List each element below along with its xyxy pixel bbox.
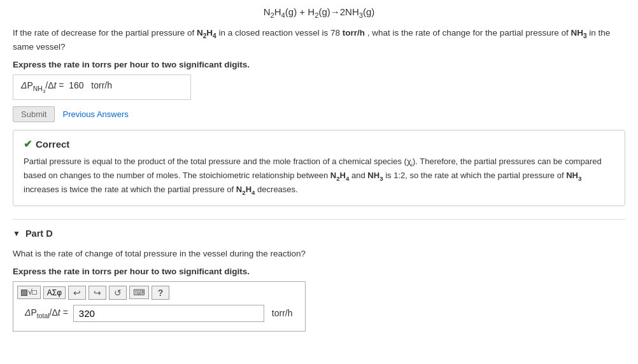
part-d-unit-label: torr/h bbox=[272, 308, 293, 318]
undo-button[interactable]: ↩ bbox=[68, 286, 86, 300]
part-d-input-area: √□ ΑΣφ ↩ ↪ ↺ ⌨ ? bbox=[13, 281, 306, 332]
part-c-instruction: Express the rate in torrs per hour to tw… bbox=[13, 60, 625, 69]
keyboard-button[interactable]: ⌨ bbox=[129, 286, 149, 299]
help-icon: ? bbox=[158, 288, 164, 298]
image-icon: √□ bbox=[21, 288, 37, 297]
insert-image-button[interactable]: √□ bbox=[17, 286, 41, 299]
redo-icon: ↪ bbox=[94, 288, 101, 298]
part-d-header: ▼ Part D bbox=[13, 228, 625, 239]
refresh-icon: ↺ bbox=[114, 288, 122, 298]
greek-icon: ΑΣφ bbox=[47, 288, 62, 297]
image-square-icon bbox=[21, 290, 27, 296]
correct-header: ✔ Correct bbox=[24, 138, 614, 150]
part-d-input-row: ΔPtotal/Δt = torr/h bbox=[17, 300, 301, 327]
collapse-triangle-icon[interactable]: ▼ bbox=[13, 229, 20, 238]
redo-button[interactable]: ↪ bbox=[89, 286, 106, 300]
part-d-label: Part D bbox=[25, 228, 53, 239]
submit-button[interactable]: Submit bbox=[13, 106, 55, 122]
greek-symbols-button[interactable]: ΑΣφ bbox=[43, 286, 66, 299]
part-c-answer-formula: ΔPNH3/Δt = 160 torr/h bbox=[21, 80, 112, 90]
correct-feedback-box: ✔ Correct Partial pressure is equal to t… bbox=[13, 130, 625, 206]
correct-label: Correct bbox=[36, 139, 69, 150]
part-d-section: What is the rate of change of total pres… bbox=[13, 248, 625, 332]
part-d-instruction: Express the rate in torrs per hour to tw… bbox=[13, 267, 625, 276]
undo-icon: ↩ bbox=[73, 288, 81, 298]
correct-explanation: Partial pressure is equal to the product… bbox=[24, 155, 614, 198]
math-toolbar: √□ ΑΣφ ↩ ↪ ↺ ⌨ ? bbox=[17, 286, 301, 300]
reaction-equation: N2H4(g) + H2(g)→2NH3(g) bbox=[13, 6, 625, 19]
part-d-answer-input[interactable] bbox=[73, 305, 264, 322]
part-d-answer-formula-label: ΔPtotal/Δt = bbox=[25, 307, 68, 319]
part-divider bbox=[13, 219, 625, 220]
keyboard-icon: ⌨ bbox=[133, 288, 145, 297]
part-c-problem: If the rate of decrease for the partial … bbox=[13, 27, 625, 53]
part-c-buttons: Submit Previous Answers bbox=[13, 106, 625, 122]
part-c-answer-box: ΔPNH3/Δt = 160 torr/h bbox=[13, 74, 191, 100]
checkmark-icon: ✔ bbox=[24, 138, 32, 150]
part-d-question: What is the rate of change of total pres… bbox=[13, 248, 625, 260]
help-button[interactable]: ? bbox=[152, 286, 169, 300]
previous-answers-link[interactable]: Previous Answers bbox=[62, 109, 128, 119]
reset-button[interactable]: ↺ bbox=[109, 286, 127, 300]
